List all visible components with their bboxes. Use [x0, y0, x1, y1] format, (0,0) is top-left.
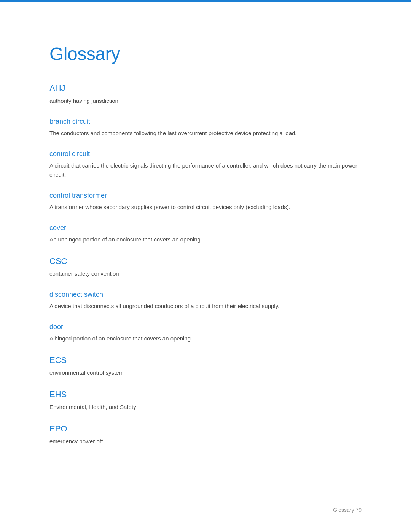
entry-definition-6: A device that disconnects all ungrounded…: [49, 302, 362, 311]
entry-definition-8: environmental control system: [49, 368, 362, 377]
glossary-list: AHJauthority having jurisdictionbranch c…: [49, 83, 362, 446]
glossary-entry: coverAn unhinged portion of an enclosure…: [49, 224, 362, 244]
glossary-entry: CSCcontainer safety convention: [49, 256, 362, 278]
entry-definition-2: A circuit that carries the electric sign…: [49, 161, 362, 179]
entry-definition-10: emergency power off: [49, 437, 362, 446]
page-footer: Glossary 79: [333, 507, 362, 513]
entry-definition-4: An unhinged portion of an enclosure that…: [49, 235, 362, 244]
entry-term-2: control circuit: [49, 150, 362, 158]
entry-term-10: EPO: [49, 424, 362, 434]
entry-definition-5: container safety convention: [49, 269, 362, 278]
glossary-entry: AHJauthority having jurisdiction: [49, 83, 362, 105]
glossary-entry: EPOemergency power off: [49, 424, 362, 446]
entry-term-1: branch circuit: [49, 118, 362, 126]
glossary-entry: ECSenvironmental control system: [49, 355, 362, 377]
page-title: Glossary: [49, 43, 362, 64]
entry-definition-3: A transformer whose secondary supplies p…: [49, 203, 362, 212]
entry-definition-1: The conductors and components following …: [49, 129, 362, 138]
entry-term-8: ECS: [49, 355, 362, 365]
entry-term-6: disconnect switch: [49, 291, 362, 299]
glossary-entry: disconnect switchA device that disconnec…: [49, 291, 362, 311]
glossary-entry: control circuitA circuit that carries th…: [49, 150, 362, 179]
page-container: Glossary AHJauthority having jurisdictio…: [0, 21, 411, 496]
entry-term-3: control transformer: [49, 192, 362, 200]
entry-definition-7: A hinged portion of an enclosure that co…: [49, 334, 362, 343]
glossary-entry: doorA hinged portion of an enclosure tha…: [49, 323, 362, 343]
entry-term-9: EHS: [49, 390, 362, 399]
entry-term-5: CSC: [49, 256, 362, 266]
glossary-entry: control transformerA transformer whose s…: [49, 192, 362, 212]
glossary-entry: branch circuitThe conductors and compone…: [49, 118, 362, 138]
entry-term-4: cover: [49, 224, 362, 232]
glossary-entry: EHSEnvironmental, Health, and Safety: [49, 390, 362, 412]
entry-term-0: AHJ: [49, 83, 362, 93]
entry-definition-0: authority having jurisdiction: [49, 96, 362, 105]
entry-definition-9: Environmental, Health, and Safety: [49, 403, 362, 412]
entry-term-7: door: [49, 323, 362, 331]
top-border: [0, 0, 411, 2]
